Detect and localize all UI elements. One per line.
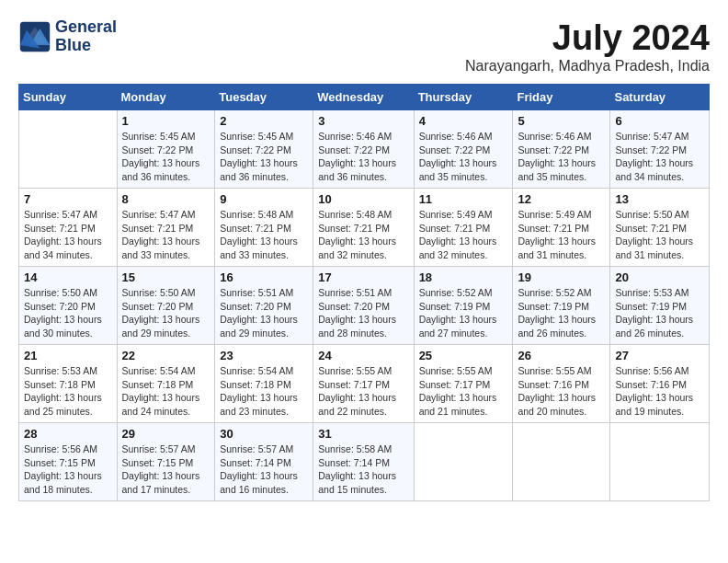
day-info: Sunrise: 5:49 AMSunset: 7:21 PMDaylight:… <box>419 208 508 262</box>
calendar-cell: 17Sunrise: 5:51 AMSunset: 7:20 PMDayligh… <box>313 267 414 345</box>
header-sunday: Sunday <box>19 85 118 110</box>
title-section: July 2024 Narayangarh, Madhya Pradesh, I… <box>465 18 710 75</box>
calendar-cell: 6Sunrise: 5:47 AMSunset: 7:22 PMDaylight… <box>610 110 710 189</box>
day-info: Sunrise: 5:54 AMSunset: 7:18 PMDaylight:… <box>122 364 210 419</box>
calendar-cell: 11Sunrise: 5:49 AMSunset: 7:21 PMDayligh… <box>414 189 513 267</box>
calendar-week-5: 28Sunrise: 5:56 AMSunset: 7:15 PMDayligh… <box>19 423 710 501</box>
day-info: Sunrise: 5:51 AMSunset: 7:20 PMDaylight:… <box>220 286 308 340</box>
logo: General Blue <box>18 18 117 55</box>
day-info: Sunrise: 5:49 AMSunset: 7:21 PMDaylight:… <box>518 208 605 262</box>
calendar-cell: 2Sunrise: 5:45 AMSunset: 7:22 PMDaylight… <box>215 110 313 189</box>
day-info: Sunrise: 5:47 AMSunset: 7:22 PMDaylight:… <box>615 130 704 184</box>
header-wednesday: Wednesday <box>313 85 414 110</box>
day-number: 14 <box>24 270 112 284</box>
calendar-week-1: 1Sunrise: 5:45 AMSunset: 7:22 PMDaylight… <box>19 110 710 189</box>
calendar-cell: 28Sunrise: 5:56 AMSunset: 7:15 PMDayligh… <box>19 423 118 501</box>
calendar-cell <box>513 423 610 501</box>
day-number: 7 <box>24 192 112 206</box>
day-number: 13 <box>615 192 704 206</box>
day-info: Sunrise: 5:45 AMSunset: 7:22 PMDaylight:… <box>122 130 210 184</box>
header-tuesday: Tuesday <box>215 85 313 110</box>
day-info: Sunrise: 5:46 AMSunset: 7:22 PMDaylight:… <box>419 130 508 184</box>
day-number: 28 <box>24 427 112 441</box>
calendar-cell: 20Sunrise: 5:53 AMSunset: 7:19 PMDayligh… <box>610 267 710 345</box>
calendar-cell: 13Sunrise: 5:50 AMSunset: 7:21 PMDayligh… <box>610 189 710 267</box>
calendar-cell: 29Sunrise: 5:57 AMSunset: 7:15 PMDayligh… <box>117 423 215 501</box>
calendar-cell <box>19 110 118 189</box>
day-number: 23 <box>220 349 308 362</box>
logo-icon <box>18 20 51 53</box>
day-number: 11 <box>419 192 508 206</box>
calendar-cell: 5Sunrise: 5:46 AMSunset: 7:22 PMDaylight… <box>513 110 610 189</box>
calendar-cell: 30Sunrise: 5:57 AMSunset: 7:14 PMDayligh… <box>215 423 313 501</box>
calendar-cell: 26Sunrise: 5:55 AMSunset: 7:16 PMDayligh… <box>513 345 610 423</box>
calendar-cell: 16Sunrise: 5:51 AMSunset: 7:20 PMDayligh… <box>215 267 313 345</box>
calendar-cell: 12Sunrise: 5:49 AMSunset: 7:21 PMDayligh… <box>513 189 610 267</box>
day-info: Sunrise: 5:50 AMSunset: 7:20 PMDaylight:… <box>122 286 210 340</box>
day-number: 21 <box>24 349 112 362</box>
day-number: 6 <box>615 114 704 128</box>
logo-text: General Blue <box>55 18 117 55</box>
day-number: 9 <box>220 192 308 206</box>
calendar-cell: 27Sunrise: 5:56 AMSunset: 7:16 PMDayligh… <box>610 345 710 423</box>
day-info: Sunrise: 5:52 AMSunset: 7:19 PMDaylight:… <box>518 286 605 340</box>
calendar-cell: 24Sunrise: 5:55 AMSunset: 7:17 PMDayligh… <box>313 345 414 423</box>
day-number: 25 <box>419 349 508 362</box>
day-number: 20 <box>615 270 704 284</box>
calendar-header-row: SundayMondayTuesdayWednesdayThursdayFrid… <box>19 85 710 110</box>
calendar-cell: 14Sunrise: 5:50 AMSunset: 7:20 PMDayligh… <box>19 267 118 345</box>
calendar-cell <box>610 423 710 501</box>
day-number: 26 <box>518 349 605 362</box>
day-number: 29 <box>122 427 210 441</box>
day-number: 2 <box>220 114 308 128</box>
day-info: Sunrise: 5:54 AMSunset: 7:18 PMDaylight:… <box>220 364 308 419</box>
day-info: Sunrise: 5:53 AMSunset: 7:18 PMDaylight:… <box>24 364 112 419</box>
day-info: Sunrise: 5:50 AMSunset: 7:21 PMDaylight:… <box>615 208 704 262</box>
day-number: 3 <box>318 114 408 128</box>
location-label: Narayangarh, Madhya Pradesh, India <box>465 58 710 75</box>
day-info: Sunrise: 5:50 AMSunset: 7:20 PMDaylight:… <box>24 286 112 340</box>
day-info: Sunrise: 5:46 AMSunset: 7:22 PMDaylight:… <box>518 130 605 184</box>
calendar-cell: 9Sunrise: 5:48 AMSunset: 7:21 PMDaylight… <box>215 189 313 267</box>
calendar-cell: 8Sunrise: 5:47 AMSunset: 7:21 PMDaylight… <box>117 189 215 267</box>
day-info: Sunrise: 5:46 AMSunset: 7:22 PMDaylight:… <box>318 130 408 184</box>
day-info: Sunrise: 5:51 AMSunset: 7:20 PMDaylight:… <box>318 286 408 340</box>
day-info: Sunrise: 5:52 AMSunset: 7:19 PMDaylight:… <box>419 286 508 340</box>
day-number: 18 <box>419 270 508 284</box>
calendar-cell: 25Sunrise: 5:55 AMSunset: 7:17 PMDayligh… <box>414 345 513 423</box>
header-monday: Monday <box>117 85 215 110</box>
day-number: 31 <box>318 427 408 441</box>
day-number: 1 <box>122 114 210 128</box>
calendar-cell: 10Sunrise: 5:48 AMSunset: 7:21 PMDayligh… <box>313 189 414 267</box>
day-number: 19 <box>518 270 605 284</box>
day-number: 8 <box>122 192 210 206</box>
day-info: Sunrise: 5:53 AMSunset: 7:19 PMDaylight:… <box>615 286 704 340</box>
day-info: Sunrise: 5:56 AMSunset: 7:16 PMDaylight:… <box>615 364 704 419</box>
calendar-cell: 19Sunrise: 5:52 AMSunset: 7:19 PMDayligh… <box>513 267 610 345</box>
day-number: 4 <box>419 114 508 128</box>
calendar-cell: 15Sunrise: 5:50 AMSunset: 7:20 PMDayligh… <box>117 267 215 345</box>
day-number: 16 <box>220 270 308 284</box>
calendar-week-4: 21Sunrise: 5:53 AMSunset: 7:18 PMDayligh… <box>19 345 710 423</box>
logo-line1: General <box>55 17 117 36</box>
day-info: Sunrise: 5:58 AMSunset: 7:14 PMDaylight:… <box>318 442 408 497</box>
month-year-title: July 2024 <box>465 18 710 58</box>
calendar-cell: 3Sunrise: 5:46 AMSunset: 7:22 PMDaylight… <box>313 110 414 189</box>
day-info: Sunrise: 5:55 AMSunset: 7:17 PMDaylight:… <box>419 364 508 419</box>
calendar-cell: 4Sunrise: 5:46 AMSunset: 7:22 PMDaylight… <box>414 110 513 189</box>
day-info: Sunrise: 5:55 AMSunset: 7:16 PMDaylight:… <box>518 364 605 419</box>
day-number: 27 <box>615 349 704 362</box>
calendar-cell: 21Sunrise: 5:53 AMSunset: 7:18 PMDayligh… <box>19 345 118 423</box>
day-info: Sunrise: 5:56 AMSunset: 7:15 PMDaylight:… <box>24 442 112 497</box>
day-info: Sunrise: 5:47 AMSunset: 7:21 PMDaylight:… <box>122 208 210 262</box>
day-info: Sunrise: 5:48 AMSunset: 7:21 PMDaylight:… <box>220 208 308 262</box>
day-info: Sunrise: 5:55 AMSunset: 7:17 PMDaylight:… <box>318 364 408 419</box>
calendar-cell: 7Sunrise: 5:47 AMSunset: 7:21 PMDaylight… <box>19 189 118 267</box>
day-number: 15 <box>122 270 210 284</box>
calendar-week-2: 7Sunrise: 5:47 AMSunset: 7:21 PMDaylight… <box>19 189 710 267</box>
day-info: Sunrise: 5:48 AMSunset: 7:21 PMDaylight:… <box>318 208 408 262</box>
calendar-cell: 1Sunrise: 5:45 AMSunset: 7:22 PMDaylight… <box>117 110 215 189</box>
logo-line2: Blue <box>55 36 91 54</box>
day-info: Sunrise: 5:57 AMSunset: 7:15 PMDaylight:… <box>122 442 210 497</box>
calendar-cell: 18Sunrise: 5:52 AMSunset: 7:19 PMDayligh… <box>414 267 513 345</box>
